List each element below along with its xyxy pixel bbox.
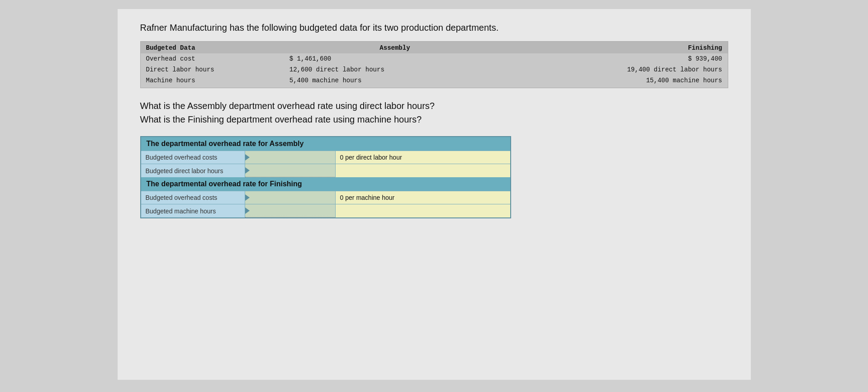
row3-label: Machine hours bbox=[141, 75, 284, 88]
finishing-row1-label: Budgeted overhead costs bbox=[141, 191, 245, 204]
row3-assembly: 5,400 machine hours bbox=[284, 75, 506, 88]
assembly-dlh-input-cell[interactable] bbox=[245, 164, 336, 177]
row2-finishing: 19,400 direct labor hours bbox=[506, 64, 727, 75]
budgeted-data-table: Budgeted Data Assembly Finishing Overhea… bbox=[141, 42, 728, 88]
row2-assembly: 12,600 direct labor hours bbox=[284, 64, 506, 75]
col3-header: Finishing bbox=[506, 42, 727, 53]
finishing-result-suffix: per machine hour bbox=[345, 194, 394, 201]
finishing-row2: Budgeted machine hours bbox=[141, 204, 510, 217]
assembly-result-cell: 0 per direct labor hour bbox=[336, 151, 510, 164]
assembly-row2: Budgeted direct labor hours bbox=[141, 164, 510, 177]
finishing-result-value: 0 bbox=[340, 194, 344, 201]
finishing-section-header: The departmental overhead rate for Finis… bbox=[141, 177, 510, 191]
col1-header: Budgeted Data bbox=[141, 42, 284, 53]
assembly-row1-label: Budgeted overhead costs bbox=[141, 151, 245, 164]
assembly-dlh-input[interactable] bbox=[245, 164, 335, 177]
row1-finishing: $ 939,400 bbox=[506, 53, 727, 64]
row1-assembly: $ 1,461,600 bbox=[284, 53, 506, 64]
page-container: Rafner Manufacturing has the following b… bbox=[118, 9, 751, 380]
finishing-overhead-input-cell[interactable] bbox=[245, 191, 336, 204]
assembly-result-value: 0 bbox=[340, 154, 344, 161]
questions-section: What is the Assembly department overhead… bbox=[140, 99, 728, 126]
intro-text: Rafner Manufacturing has the following b… bbox=[140, 23, 728, 33]
question-2: What is the Finishing department overhea… bbox=[140, 113, 728, 126]
question-1: What is the Assembly department overhead… bbox=[140, 99, 728, 113]
finishing-row1: Budgeted overhead costs 0 per machine ho… bbox=[141, 191, 510, 204]
assembly-row2-result-cell bbox=[336, 164, 510, 177]
assembly-answer-section: The departmental overhead rate for Assem… bbox=[140, 136, 511, 218]
col2-header: Assembly bbox=[284, 42, 506, 53]
assembly-row2-label: Budgeted direct labor hours bbox=[141, 164, 245, 177]
assembly-overhead-input-cell[interactable] bbox=[245, 151, 336, 164]
finishing-mh-input-cell[interactable] bbox=[245, 204, 336, 217]
row3-finishing: 15,400 machine hours bbox=[506, 75, 727, 88]
data-table-wrapper: Budgeted Data Assembly Finishing Overhea… bbox=[140, 41, 728, 88]
assembly-section-header: The departmental overhead rate for Assem… bbox=[141, 137, 510, 151]
finishing-row2-result-cell bbox=[336, 204, 510, 217]
finishing-row2-label: Budgeted machine hours bbox=[141, 204, 245, 217]
assembly-overhead-input[interactable] bbox=[245, 151, 335, 164]
assembly-result-suffix: per direct labor hour bbox=[345, 154, 402, 161]
finishing-result-cell: 0 per machine hour bbox=[336, 191, 510, 204]
row1-label: Overhead cost bbox=[141, 53, 284, 64]
finishing-mh-input[interactable] bbox=[245, 204, 335, 217]
assembly-row1: Budgeted overhead costs 0 per direct lab… bbox=[141, 151, 510, 164]
row2-label: Direct labor hours bbox=[141, 64, 284, 75]
finishing-overhead-input[interactable] bbox=[245, 191, 335, 204]
